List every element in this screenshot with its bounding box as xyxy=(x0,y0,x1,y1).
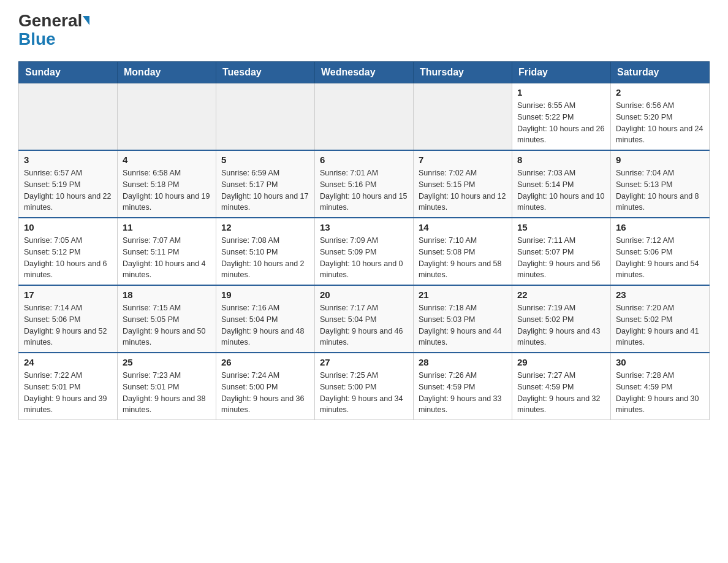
calendar-cell: 7Sunrise: 7:02 AMSunset: 5:15 PMDaylight… xyxy=(414,150,512,218)
day-number: 15 xyxy=(517,222,605,232)
day-number: 13 xyxy=(320,222,408,232)
calendar-table: SundayMondayTuesdayWednesdayThursdayFrid… xyxy=(18,61,710,420)
calendar-week-2: 3Sunrise: 6:57 AMSunset: 5:19 PMDaylight… xyxy=(19,150,710,218)
day-info: Sunrise: 7:20 AMSunset: 5:02 PMDaylight:… xyxy=(616,302,704,348)
calendar-cell xyxy=(19,83,118,151)
weekday-header-monday: Monday xyxy=(118,62,216,83)
day-number: 16 xyxy=(616,222,704,232)
day-number: 7 xyxy=(419,155,507,165)
calendar-cell xyxy=(118,83,216,151)
day-info: Sunrise: 7:22 AMSunset: 5:01 PMDaylight:… xyxy=(24,370,112,416)
day-info: Sunrise: 7:01 AMSunset: 5:16 PMDaylight:… xyxy=(320,167,408,213)
calendar-cell xyxy=(315,83,414,151)
day-number: 30 xyxy=(616,357,704,367)
weekday-header-tuesday: Tuesday xyxy=(216,62,315,83)
day-info: Sunrise: 6:56 AMSunset: 5:20 PMDaylight:… xyxy=(616,100,704,146)
calendar-cell: 26Sunrise: 7:24 AMSunset: 5:00 PMDayligh… xyxy=(216,353,315,420)
day-info: Sunrise: 6:59 AMSunset: 5:17 PMDaylight:… xyxy=(221,167,309,213)
calendar-cell: 18Sunrise: 7:15 AMSunset: 5:05 PMDayligh… xyxy=(118,285,216,353)
day-info: Sunrise: 7:05 AMSunset: 5:12 PMDaylight:… xyxy=(24,235,112,281)
day-number: 10 xyxy=(24,222,112,232)
day-info: Sunrise: 7:02 AMSunset: 5:15 PMDaylight:… xyxy=(419,167,507,213)
calendar-cell: 1Sunrise: 6:55 AMSunset: 5:22 PMDaylight… xyxy=(512,83,611,151)
day-number: 23 xyxy=(616,289,704,300)
day-info: Sunrise: 7:09 AMSunset: 5:09 PMDaylight:… xyxy=(320,235,408,281)
day-info: Sunrise: 7:19 AMSunset: 5:02 PMDaylight:… xyxy=(517,302,605,348)
calendar-cell: 21Sunrise: 7:18 AMSunset: 5:03 PMDayligh… xyxy=(414,285,512,353)
calendar-week-4: 17Sunrise: 7:14 AMSunset: 5:06 PMDayligh… xyxy=(19,285,710,353)
day-info: Sunrise: 7:10 AMSunset: 5:08 PMDaylight:… xyxy=(419,235,507,281)
day-info: Sunrise: 7:16 AMSunset: 5:04 PMDaylight:… xyxy=(221,302,309,348)
day-number: 2 xyxy=(616,87,704,98)
day-number: 26 xyxy=(221,357,309,367)
calendar-cell: 3Sunrise: 6:57 AMSunset: 5:19 PMDaylight… xyxy=(19,150,118,218)
calendar-cell: 11Sunrise: 7:07 AMSunset: 5:11 PMDayligh… xyxy=(118,218,216,285)
day-number: 3 xyxy=(24,155,112,165)
weekday-header-sunday: Sunday xyxy=(19,62,118,83)
calendar-cell xyxy=(414,83,512,151)
calendar-cell: 17Sunrise: 7:14 AMSunset: 5:06 PMDayligh… xyxy=(19,285,118,353)
calendar-cell: 15Sunrise: 7:11 AMSunset: 5:07 PMDayligh… xyxy=(512,218,611,285)
logo-text: General xyxy=(18,12,89,29)
day-info: Sunrise: 7:14 AMSunset: 5:06 PMDaylight:… xyxy=(24,302,112,348)
logo: General Blue xyxy=(18,12,89,49)
weekday-header-row: SundayMondayTuesdayWednesdayThursdayFrid… xyxy=(19,62,710,83)
day-info: Sunrise: 7:24 AMSunset: 5:00 PMDaylight:… xyxy=(221,370,309,416)
day-number: 21 xyxy=(419,289,507,300)
day-number: 24 xyxy=(24,357,112,367)
day-number: 1 xyxy=(517,87,605,98)
day-number: 18 xyxy=(123,289,211,300)
day-number: 6 xyxy=(320,155,408,165)
day-number: 17 xyxy=(24,289,112,300)
day-info: Sunrise: 7:03 AMSunset: 5:14 PMDaylight:… xyxy=(517,167,605,213)
calendar-cell: 12Sunrise: 7:08 AMSunset: 5:10 PMDayligh… xyxy=(216,218,315,285)
day-info: Sunrise: 7:28 AMSunset: 4:59 PMDaylight:… xyxy=(616,370,704,416)
calendar-cell: 22Sunrise: 7:19 AMSunset: 5:02 PMDayligh… xyxy=(512,285,611,353)
day-info: Sunrise: 7:15 AMSunset: 5:05 PMDaylight:… xyxy=(123,302,211,348)
day-number: 5 xyxy=(221,155,309,165)
day-info: Sunrise: 6:58 AMSunset: 5:18 PMDaylight:… xyxy=(123,167,211,213)
day-info: Sunrise: 7:27 AMSunset: 4:59 PMDaylight:… xyxy=(517,370,605,416)
day-info: Sunrise: 7:11 AMSunset: 5:07 PMDaylight:… xyxy=(517,235,605,281)
weekday-header-wednesday: Wednesday xyxy=(315,62,414,83)
calendar-cell: 6Sunrise: 7:01 AMSunset: 5:16 PMDaylight… xyxy=(315,150,414,218)
day-info: Sunrise: 7:04 AMSunset: 5:13 PMDaylight:… xyxy=(616,167,704,213)
day-number: 19 xyxy=(221,289,309,300)
day-number: 11 xyxy=(123,222,211,232)
day-info: Sunrise: 7:17 AMSunset: 5:04 PMDaylight:… xyxy=(320,302,408,348)
calendar-cell: 19Sunrise: 7:16 AMSunset: 5:04 PMDayligh… xyxy=(216,285,315,353)
calendar-cell: 24Sunrise: 7:22 AMSunset: 5:01 PMDayligh… xyxy=(19,353,118,420)
weekday-header-thursday: Thursday xyxy=(414,62,512,83)
page-header: General Blue xyxy=(18,12,710,49)
calendar-cell: 13Sunrise: 7:09 AMSunset: 5:09 PMDayligh… xyxy=(315,218,414,285)
calendar-cell: 14Sunrise: 7:10 AMSunset: 5:08 PMDayligh… xyxy=(414,218,512,285)
day-info: Sunrise: 7:18 AMSunset: 5:03 PMDaylight:… xyxy=(419,302,507,348)
calendar-cell: 5Sunrise: 6:59 AMSunset: 5:17 PMDaylight… xyxy=(216,150,315,218)
day-info: Sunrise: 7:23 AMSunset: 5:01 PMDaylight:… xyxy=(123,370,211,416)
calendar-cell: 30Sunrise: 7:28 AMSunset: 4:59 PMDayligh… xyxy=(611,353,710,420)
calendar-cell: 23Sunrise: 7:20 AMSunset: 5:02 PMDayligh… xyxy=(611,285,710,353)
calendar-cell: 28Sunrise: 7:26 AMSunset: 4:59 PMDayligh… xyxy=(414,353,512,420)
calendar-week-3: 10Sunrise: 7:05 AMSunset: 5:12 PMDayligh… xyxy=(19,218,710,285)
calendar-cell: 2Sunrise: 6:56 AMSunset: 5:20 PMDaylight… xyxy=(611,83,710,151)
day-info: Sunrise: 6:55 AMSunset: 5:22 PMDaylight:… xyxy=(517,100,605,146)
day-number: 12 xyxy=(221,222,309,232)
calendar-cell: 20Sunrise: 7:17 AMSunset: 5:04 PMDayligh… xyxy=(315,285,414,353)
day-info: Sunrise: 7:07 AMSunset: 5:11 PMDaylight:… xyxy=(123,235,211,281)
day-number: 4 xyxy=(123,155,211,165)
day-number: 25 xyxy=(123,357,211,367)
day-number: 9 xyxy=(616,155,704,165)
day-number: 27 xyxy=(320,357,408,367)
logo-blue: Blue xyxy=(18,29,56,49)
day-number: 8 xyxy=(517,155,605,165)
day-info: Sunrise: 6:57 AMSunset: 5:19 PMDaylight:… xyxy=(24,167,112,213)
day-number: 29 xyxy=(517,357,605,367)
calendar-cell: 25Sunrise: 7:23 AMSunset: 5:01 PMDayligh… xyxy=(118,353,216,420)
calendar-cell: 10Sunrise: 7:05 AMSunset: 5:12 PMDayligh… xyxy=(19,218,118,285)
calendar-cell: 27Sunrise: 7:25 AMSunset: 5:00 PMDayligh… xyxy=(315,353,414,420)
day-number: 28 xyxy=(419,357,507,367)
day-info: Sunrise: 7:12 AMSunset: 5:06 PMDaylight:… xyxy=(616,235,704,281)
day-number: 14 xyxy=(419,222,507,232)
day-number: 22 xyxy=(517,289,605,300)
day-info: Sunrise: 7:26 AMSunset: 4:59 PMDaylight:… xyxy=(419,370,507,416)
